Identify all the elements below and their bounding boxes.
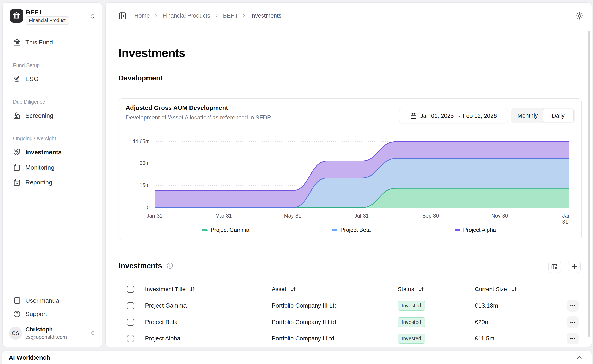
sidebar-section-ongoing-oversight: Ongoing Oversight (13, 136, 56, 142)
y-tick-label: 15m (119, 182, 150, 188)
status-badge: Invested (398, 334, 425, 344)
fund-name: BEF I (26, 9, 42, 16)
aum-chart-svg (119, 132, 581, 223)
user-email: cs@opensfdr.com (26, 334, 67, 340)
granularity-toggle: Monthly Daily (511, 108, 575, 123)
sort-icon[interactable] (290, 286, 296, 292)
fund-type-badge: Financial Product (26, 16, 69, 25)
handshake-icon (13, 149, 20, 156)
row-checkbox[interactable] (127, 335, 134, 342)
legend-item-gamma: Project Gamma (202, 227, 249, 233)
fund-logo (10, 9, 23, 23)
cell-asset: Portfolio Company III Ltd (272, 298, 338, 314)
calendar-check-icon (13, 179, 20, 186)
sidebar-item-screening[interactable]: Screening (7, 109, 97, 122)
date-range-picker[interactable]: Jan 01, 2025 → Feb 12, 2026 (399, 108, 508, 123)
chevron-right-icon (154, 13, 159, 18)
ai-workbench-label: AI Workbench (9, 354, 50, 361)
breadcrumb-bef-i[interactable]: BEF I (223, 12, 237, 19)
legend-item-beta: Project Beta (332, 227, 371, 233)
x-tick-label: Nov-30 (491, 213, 508, 219)
user-name: Christoph (26, 326, 53, 333)
sidebar-section-fund-setup: Fund Setup (13, 62, 40, 68)
page-title: Investments (119, 46, 185, 60)
sidebar-item-label: Investments (26, 149, 62, 156)
info-icon[interactable] (167, 262, 173, 269)
legend-label: Project Gamma (210, 227, 249, 233)
investments-table-title: Investments (119, 261, 162, 270)
chevron-up-icon[interactable] (576, 354, 583, 361)
breadcrumb-financial-products[interactable]: Financial Products (163, 12, 210, 19)
column-investment-title: Investment Title (145, 281, 195, 297)
sort-icon[interactable] (418, 286, 424, 292)
user-menu-button[interactable] (90, 330, 96, 336)
cell-investment-title: Project Alpha (145, 330, 180, 347)
section-divider (119, 90, 581, 91)
ai-workbench-bar[interactable] (2, 351, 592, 364)
vertical-scrollbar[interactable] (588, 31, 590, 337)
sprout-icon (13, 75, 20, 82)
sidebar-item-support[interactable]: Support (7, 308, 97, 320)
granularity-monthly[interactable]: Monthly (512, 109, 543, 122)
sidebar-item-label: ESG (26, 75, 39, 82)
y-tick-label: 30m (119, 160, 150, 166)
row-menu-button[interactable] (567, 300, 579, 312)
x-tick-label: Jan-31 (562, 213, 575, 225)
bank-icon (13, 12, 20, 20)
chevron-right-icon (214, 13, 219, 18)
legend-swatch-gamma (202, 229, 208, 231)
legend-swatch-beta (332, 229, 337, 231)
row-checkbox[interactable] (127, 319, 134, 326)
sidebar-item-reporting[interactable]: Reporting (7, 176, 97, 189)
row-checkbox[interactable] (127, 302, 134, 309)
table-row[interactable]: Project Beta Portfolio Company II Ltd In… (119, 314, 581, 330)
date-range-value: Jan 01, 2025 → Feb 12, 2026 (420, 113, 497, 119)
table-row[interactable]: Project Alpha Portfolio Company I Ltd In… (119, 330, 581, 347)
granularity-daily[interactable]: Daily (543, 109, 573, 122)
sidebar-item-label: This Fund (26, 39, 53, 46)
row-menu-button[interactable] (567, 333, 579, 344)
sidebar-item-label: Reporting (26, 179, 52, 186)
theme-toggle-button[interactable] (576, 12, 584, 20)
select-all-checkbox[interactable] (127, 286, 134, 293)
ellipsis-icon (570, 303, 576, 309)
sort-icon[interactable] (511, 286, 517, 292)
y-tick-label: 44.65m (119, 138, 150, 144)
sidebar-item-esg[interactable]: ESG (7, 72, 97, 85)
sort-icon[interactable] (190, 286, 195, 292)
sidebar-item-label: Screening (26, 112, 53, 119)
sun-icon (576, 12, 584, 20)
column-status: Status (398, 281, 424, 297)
cell-investment-title: Project Gamma (145, 298, 187, 314)
sidebar-item-monitoring[interactable]: Monitoring (7, 161, 97, 174)
sidebar-item-investments[interactable]: Investments (7, 146, 97, 159)
add-investment-button[interactable] (568, 260, 581, 273)
chart-subtitle: Development of 'Asset Allocation' as ref… (126, 114, 273, 121)
column-settings-button[interactable] (548, 260, 561, 273)
fund-switcher-button[interactable] (90, 13, 96, 19)
select-all-cell (127, 281, 134, 297)
bank-icon (13, 39, 20, 46)
status-badge: Invested (398, 317, 425, 327)
cell-current-size: €13.13m (475, 298, 498, 314)
row-menu-button[interactable] (567, 317, 579, 328)
legend-label: Project Alpha (463, 227, 496, 233)
legend-item-alpha: Project Alpha (454, 227, 496, 233)
table-row[interactable]: Project Gamma Portfolio Company III Ltd … (119, 298, 581, 314)
avatar: CS (9, 327, 22, 340)
sidebar-item-label: User manual (26, 297, 60, 304)
x-tick-label: Jul-31 (355, 213, 369, 219)
sidebar-item-user-manual[interactable]: User manual (7, 294, 97, 307)
sidebar-item-this-fund[interactable]: This Fund (7, 36, 97, 49)
cell-asset: Portfolio Company I Ltd (272, 330, 334, 347)
breadcrumb-current: Investments (250, 12, 281, 19)
cell-current-size: €11.5m (475, 330, 495, 347)
sidebar-section-due-diligence: Due Diligence (13, 99, 45, 105)
microscope-icon (13, 112, 20, 119)
sidebar-collapse-button[interactable] (118, 12, 127, 20)
x-tick-label: Sep-30 (422, 213, 439, 219)
app-root: BEF I Financial Product This Fund Fund S… (0, 0, 593, 364)
calendar-icon (410, 113, 417, 119)
table-columns-gear-icon (551, 263, 558, 270)
breadcrumb-home[interactable]: Home (134, 12, 150, 19)
